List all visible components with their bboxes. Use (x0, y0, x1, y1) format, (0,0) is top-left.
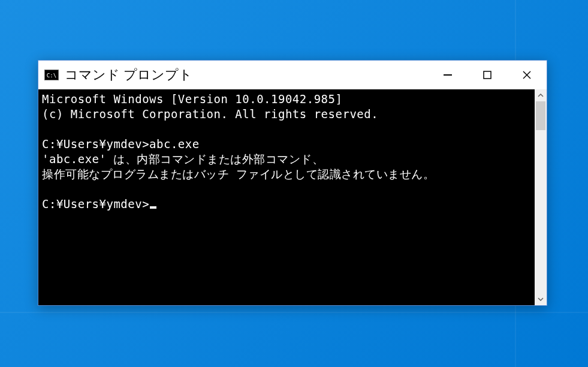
output-line: (c) Microsoft Corporation. All rights re… (42, 107, 378, 121)
scroll-track[interactable] (535, 101, 547, 293)
output-line: Microsoft Windows [Version 10.0.19042.98… (42, 92, 342, 106)
scroll-down-button[interactable] (535, 293, 547, 305)
minimize-button[interactable] (428, 61, 468, 89)
vertical-scrollbar[interactable] (535, 89, 547, 305)
window-title: コマンド プロンプト (65, 66, 428, 84)
cursor (150, 206, 156, 209)
error-line: 'abc.exe' は、内部コマンドまたは外部コマンド、 (42, 152, 324, 166)
maximize-icon (483, 71, 491, 79)
titlebar[interactable]: C:\ コマンド プロンプト (38, 61, 547, 89)
error-line: 操作可能なプログラムまたはバッチ ファイルとして認識されていません。 (42, 167, 435, 181)
chevron-up-icon (538, 94, 544, 97)
app-icon: C:\ (44, 70, 59, 80)
maximize-button[interactable] (468, 61, 507, 89)
close-icon (522, 70, 532, 80)
close-button[interactable] (507, 61, 547, 89)
terminal-area: Microsoft Windows [Version 10.0.19042.98… (38, 89, 547, 305)
svg-rect-0 (444, 74, 452, 76)
scroll-up-button[interactable] (535, 89, 547, 101)
chevron-down-icon (538, 297, 544, 301)
scroll-thumb[interactable] (536, 101, 545, 130)
minimize-icon (444, 74, 452, 76)
window-controls (428, 61, 547, 89)
svg-rect-1 (484, 71, 491, 79)
prompt-line: C:¥Users¥ymdev>abc.exe (42, 137, 200, 151)
terminal-output[interactable]: Microsoft Windows [Version 10.0.19042.98… (38, 89, 535, 305)
prompt-line: C:¥Users¥ymdev> (42, 197, 149, 210)
command-prompt-window: C:\ コマンド プロンプト Microsoft Windows [Versio… (38, 60, 547, 306)
